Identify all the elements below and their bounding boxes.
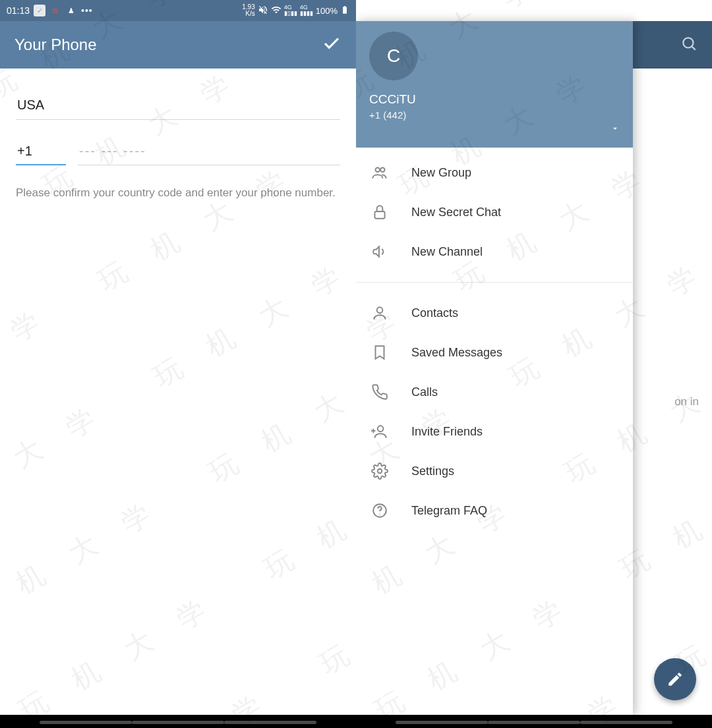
drawer-item-settings[interactable]: Settings (356, 451, 633, 491)
search-icon[interactable] (680, 35, 697, 55)
drawer-item-label: Calls (411, 385, 438, 399)
help-icon (371, 502, 389, 519)
drawer-item-telegram-faq[interactable]: Telegram FAQ (356, 491, 633, 530)
drawer-item-label: New Group (411, 166, 471, 180)
drawer-item-new-channel[interactable]: New Channel (356, 232, 633, 271)
drawer-menu-secondary: ContactsSaved MessagesCallsInvite Friend… (356, 288, 633, 536)
mute-icon (258, 5, 268, 17)
svg-point-5 (377, 307, 383, 313)
drawer-menu-primary: New GroupNew Secret ChatNew Channel (356, 148, 633, 277)
svg-rect-4 (374, 211, 384, 219)
signal-4g-icon: 4G▮▯▮▮ (284, 5, 297, 16)
drawer-item-label: New Channel (411, 245, 483, 259)
battery-icon (340, 5, 349, 16)
divider (356, 282, 633, 283)
svg-point-9 (378, 469, 382, 474)
drawer-item-saved-messages[interactable]: Saved Messages (356, 333, 633, 372)
country-select[interactable]: USA (16, 88, 340, 120)
drawer-item-label: New Secret Chat (411, 206, 501, 219)
nav-bar (0, 715, 356, 728)
background-text-fragment: on in (674, 395, 699, 408)
hint-text: Please confirm your country code and ent… (16, 185, 340, 202)
drawer-item-label: Settings (411, 464, 454, 478)
drawer-item-new-group[interactable]: New Group (356, 153, 633, 192)
screen-your-phone: 01:13 ✓ ⧉ ♟ ••• 1.93K/s 4G▮▯▮▮ 4G▮▮▮▮ 10… (0, 0, 356, 728)
drawer-item-label: Contacts (411, 306, 458, 320)
drawer-header[interactable]: C CCCiTU +1 (442) (356, 21, 633, 148)
compose-fab[interactable] (654, 658, 696, 700)
phone-icon (371, 383, 389, 401)
header-bar: Your Phone (0, 21, 356, 69)
status-app-icon: ✓ (34, 5, 45, 16)
status-bar: 01:13 ✓ ⧉ ♟ ••• 1.93K/s 4G▮▯▮▮ 4G▮▮▮▮ 10… (0, 0, 356, 21)
profile-name: CCCiTU (369, 92, 620, 107)
drawer-item-label: Telegram FAQ (411, 504, 487, 518)
svg-point-11 (379, 514, 380, 515)
page-title: Your Phone (15, 36, 97, 54)
lock-icon (371, 204, 389, 221)
drawer-item-new-secret-chat[interactable]: New Secret Chat (356, 192, 633, 232)
drawer-item-label: Saved Messages (411, 346, 502, 360)
svg-point-6 (378, 426, 384, 432)
group-icon (371, 164, 389, 181)
drawer-item-contacts[interactable]: Contacts (356, 293, 633, 333)
status-notif-icon: ⧉ (49, 5, 61, 16)
megaphone-icon (371, 243, 389, 260)
status-game-icon: ♟ (65, 5, 77, 16)
invite-icon (371, 423, 389, 440)
status-more-icon: ••• (81, 5, 93, 16)
svg-point-0 (683, 38, 693, 47)
svg-point-3 (380, 167, 385, 171)
svg-line-1 (692, 47, 696, 50)
status-time: 01:13 (7, 5, 30, 16)
profile-phone: +1 (442) (369, 109, 620, 121)
status-net-speed: 1.93K/s (242, 4, 254, 17)
navigation-drawer: C CCCiTU +1 (442) New GroupNew Secret Ch… (356, 21, 633, 715)
chevron-down-icon[interactable] (610, 124, 620, 136)
confirm-button[interactable] (322, 34, 341, 56)
signal-4g-icon-2: 4G▮▮▮▮ (300, 5, 313, 16)
bookmark-icon (371, 344, 389, 361)
drawer-item-label: Invite Friends (411, 425, 483, 439)
wifi-icon (271, 5, 282, 17)
avatar[interactable]: C (369, 32, 418, 80)
status-battery-pct: 100% (316, 6, 338, 16)
country-code-input[interactable]: +1 (16, 138, 66, 165)
drawer-item-calls[interactable]: Calls (356, 372, 633, 412)
phone-number-input[interactable]: --- --- ---- (78, 138, 340, 165)
person-icon (371, 304, 389, 322)
gear-icon (371, 462, 389, 480)
svg-point-2 (376, 167, 380, 171)
nav-bar (356, 715, 712, 728)
drawer-item-invite-friends[interactable]: Invite Friends (356, 412, 633, 451)
screen-drawer: 01:15 ▣ M ◉ ••• 0K/s 4G▮▯▮▮ 4G▮▮▮▮ 100% (356, 0, 712, 728)
